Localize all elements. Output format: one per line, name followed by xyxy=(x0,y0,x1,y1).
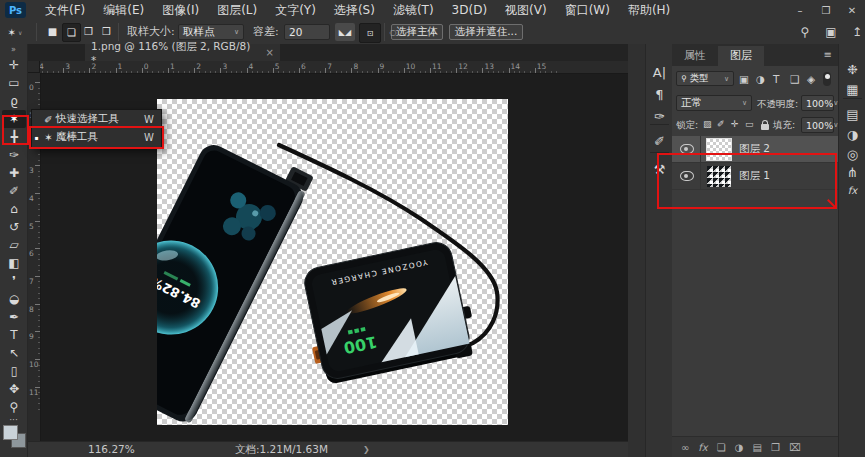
layer-row[interactable]: 图层 2 xyxy=(672,136,838,163)
pen-tool[interactable]: ✒ xyxy=(2,308,26,326)
brushes-panel-icon[interactable]: ✐ xyxy=(646,134,673,149)
menu-item[interactable]: 编辑(E) xyxy=(94,0,153,20)
layer-thumbnail[interactable] xyxy=(707,166,731,187)
lock-all-icon[interactable] xyxy=(761,124,769,130)
layer-thumbnail[interactable] xyxy=(707,139,731,160)
path-select-tool[interactable]: ↖ xyxy=(2,344,26,362)
search-icon[interactable]: ⚲ xyxy=(795,23,815,41)
swatches-panel-icon[interactable]: ▦ xyxy=(839,82,865,97)
crop-tool[interactable]: ╋ xyxy=(2,128,26,146)
adjustments-panel-icon[interactable]: ◑ xyxy=(839,127,865,142)
character-panel-icon[interactable]: A| xyxy=(646,65,673,80)
menu-item[interactable]: 选择(S) xyxy=(325,0,384,20)
menu-item[interactable]: 滤镜(T) xyxy=(384,0,443,20)
restore-button[interactable]: ❐ xyxy=(813,5,839,16)
hand-tool[interactable]: ✥ xyxy=(2,380,26,398)
filter-adjustment-icon[interactable]: ◑ xyxy=(756,73,765,85)
libraries-panel-icon[interactable]: ▤ xyxy=(839,107,865,122)
canvas-image[interactable]: 84.82% ⚡ YOOZONE CHARGER 100 xyxy=(157,99,508,425)
lock-transparent-icon[interactable]: ▨ xyxy=(703,119,712,129)
toolbar-collapse-icon[interactable]: » xyxy=(0,44,27,56)
minimize-button[interactable]: – xyxy=(787,5,813,16)
filter-image-icon[interactable]: ▣ xyxy=(739,73,749,85)
close-tab-icon[interactable]: × xyxy=(266,47,274,58)
lock-pixels-icon[interactable]: ✐ xyxy=(717,119,725,129)
document-tab[interactable]: 1.png @ 116% (图层 2, RGB/8) * × xyxy=(85,44,280,61)
quick-select-tool-item[interactable]: ✐快速选择工具W xyxy=(32,110,161,128)
foreground-color-swatch[interactable] xyxy=(3,425,18,440)
share-icon[interactable]: ↥ xyxy=(847,23,865,41)
opacity-input[interactable]: 100%∨ xyxy=(801,95,834,111)
filter-type-icon[interactable]: T xyxy=(773,73,779,85)
tab-properties[interactable]: 属性 xyxy=(672,46,718,66)
history-brush-tool[interactable]: ↺ xyxy=(2,218,26,236)
menu-item[interactable]: 文件(F) xyxy=(36,0,94,20)
eyedropper-tool[interactable]: ✑ xyxy=(2,146,26,164)
layer-style-icon[interactable]: fx xyxy=(698,442,707,453)
menu-item[interactable]: 3D(D) xyxy=(443,0,496,20)
layer-filter-select[interactable]: ⚲ 类型 ∨ xyxy=(676,71,734,86)
type-tool[interactable]: T xyxy=(2,326,26,344)
styles-panel-icon[interactable]: fx xyxy=(839,185,865,196)
magic-wand-tool-item[interactable]: ▪✶魔棒工具W xyxy=(32,128,161,146)
menu-item[interactable]: 窗口(W) xyxy=(556,0,619,20)
delete-layer-icon[interactable]: ⌧ xyxy=(789,442,801,453)
magic-wand-tool[interactable]: ✶ xyxy=(2,110,26,128)
paragraph-panel-icon[interactable]: ¶ xyxy=(646,87,673,102)
marquee-tool[interactable]: ▭ xyxy=(2,74,26,92)
brush-tool[interactable]: ✐ xyxy=(2,182,26,200)
menu-item[interactable]: 图像(I) xyxy=(153,0,208,20)
tab-layers[interactable]: 图层 xyxy=(718,46,764,66)
color-panel-icon[interactable]: ❉ xyxy=(839,62,865,77)
color-swatches[interactable] xyxy=(3,425,25,455)
clone-stamp-tool[interactable]: ⌂ xyxy=(2,200,26,218)
brush-settings-panel-icon[interactable]: ✑ xyxy=(646,109,673,124)
blend-mode-select[interactable]: 正常∨ xyxy=(676,95,752,111)
tolerance-input[interactable]: 20 xyxy=(284,24,330,40)
panel-menu-icon[interactable]: ≡ xyxy=(824,49,832,60)
blur-tool[interactable]: ❜ xyxy=(2,272,26,290)
new-group-icon[interactable]: ▤ xyxy=(753,442,762,453)
status-chevron-icon[interactable]: ❯ xyxy=(363,445,370,454)
lock-position-icon[interactable]: ✛ xyxy=(731,119,739,129)
sample-all-layers-icon[interactable]: ◌ xyxy=(383,23,403,41)
menu-item[interactable]: 帮助(H) xyxy=(619,0,679,20)
new-selection-icon[interactable]: ■ xyxy=(44,23,61,40)
intersect-selection-icon[interactable]: ❒ xyxy=(98,23,115,40)
paths-panel-icon[interactable]: ⋔ xyxy=(839,165,865,180)
menu-item[interactable]: 文字(Y) xyxy=(266,0,325,20)
link-layers-icon[interactable]: ∞ xyxy=(681,442,689,453)
filter-toggle[interactable] xyxy=(823,72,831,86)
healing-brush-tool[interactable]: ✚ xyxy=(2,164,26,182)
tool-presets-panel-icon[interactable]: ⚒ xyxy=(646,162,673,177)
subtract-from-selection-icon[interactable]: ❐ xyxy=(80,23,97,40)
zoom-tool[interactable]: ⚲ xyxy=(2,398,26,416)
select-and-mask-button[interactable]: 选择并遮住... xyxy=(449,24,523,40)
menu-item[interactable]: 图层(L) xyxy=(208,0,266,20)
sample-size-select[interactable]: 取样点∨ xyxy=(178,24,244,40)
filter-shape-icon[interactable]: ❑ xyxy=(790,73,799,85)
add-to-selection-icon[interactable]: ❏ xyxy=(62,23,81,42)
menu-item[interactable]: 视图(V) xyxy=(496,0,556,20)
anti-alias-icon[interactable]: ◣◢ xyxy=(335,23,355,41)
contiguous-icon[interactable]: ⊡ xyxy=(359,23,381,43)
shape-tool[interactable]: ▯ xyxy=(2,362,26,380)
workspace-icon[interactable]: ▣ xyxy=(821,23,841,41)
eraser-tool[interactable]: ▱ xyxy=(2,236,26,254)
lasso-tool[interactable]: ϱ xyxy=(2,92,26,110)
patterns-panel-icon[interactable]: ◎ xyxy=(839,147,865,162)
new-layer-icon[interactable]: ❐ xyxy=(771,442,780,453)
fill-input[interactable]: 100%∨ xyxy=(801,117,834,133)
close-button[interactable]: ✕ xyxy=(839,5,865,16)
lock-artboard-icon[interactable]: ▭ xyxy=(745,119,754,129)
visibility-eye-icon[interactable] xyxy=(680,171,694,181)
layer-row[interactable]: 图层 1 xyxy=(672,163,838,190)
active-tool-icon[interactable]: ✶ ∨ xyxy=(5,23,25,41)
gradient-tool[interactable]: ◧ xyxy=(2,254,26,272)
adjustment-layer-icon[interactable]: ◑ xyxy=(735,442,744,453)
visibility-eye-icon[interactable] xyxy=(680,144,694,154)
filter-smart-object-icon[interactable]: ◈ xyxy=(807,73,815,85)
move-tool[interactable]: ✛ xyxy=(2,56,26,74)
dodge-tool[interactable]: ◒ xyxy=(2,290,26,308)
zoom-level[interactable]: 116.27% xyxy=(88,443,135,455)
